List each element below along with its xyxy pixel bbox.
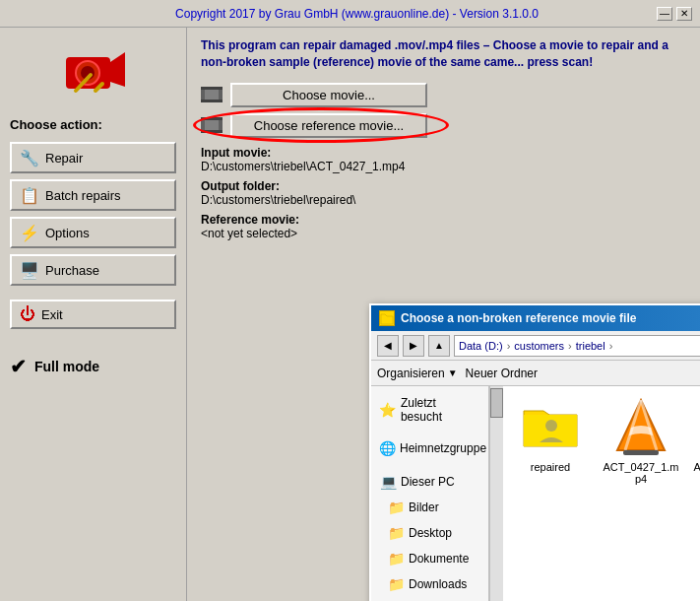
heimnetz-label: Heimnetzgruppe (400, 441, 486, 455)
organisieren-link[interactable]: Organisieren ▼ (377, 367, 458, 380)
dokumente-label: Dokumente (409, 552, 469, 566)
downloads-label: Downloads (409, 577, 467, 591)
close-button[interactable]: ✕ (676, 7, 692, 21)
checkmark-icon: ✔ (10, 355, 27, 378)
svg-marker-17 (617, 400, 665, 450)
sidebar-item-downloads[interactable]: 📁 Downloads (375, 573, 484, 595)
dialog-sidebar: ⭐ Zuletzt besucht 🌐 Heimnetzgruppe (371, 386, 489, 601)
organisieren-dropdown-icon: ▼ (448, 367, 458, 378)
path-segment-3: triebel (576, 340, 605, 352)
film-icon (201, 85, 224, 104)
folder-small-icon (380, 311, 394, 325)
bilder-label: Bilder (409, 501, 439, 514)
reference-movie-label: Reference movie: (201, 213, 686, 227)
act0427-name: ACT_0427_1.mp4 (602, 461, 680, 485)
network-icon: 🌐 (379, 439, 396, 457)
ref-film-icon (201, 115, 224, 135)
dialog-sidebar-wrapper: ⭐ Zuletzt besucht 🌐 Heimnetzgruppe (371, 386, 503, 601)
full-mode: ✔ Full mode (10, 355, 176, 378)
dokumente-folder-icon: 📁 (387, 550, 405, 568)
zuletzt-label: Zuletzt besucht (401, 396, 480, 424)
star-icon: ⭐ (379, 401, 397, 419)
exit-label: Exit (41, 307, 63, 322)
computer-icon: 💻 (379, 473, 397, 491)
sidebar-item-dieser-pc[interactable]: 💻 Dieser PC (375, 471, 484, 493)
sidebar-item-heimnetz[interactable]: 🌐 Heimnetzgruppe (375, 437, 484, 459)
choose-movie-label: Choose movie... (283, 88, 375, 102)
options-icon: ⚡ (20, 223, 39, 242)
scrollbar-thumb[interactable] (490, 388, 503, 418)
output-folder-value: D:\customers\triebel\repaired\ (201, 193, 686, 207)
dialog-files: repaired (503, 386, 700, 601)
reference-movie-value: <not yet selected> (201, 227, 686, 240)
desktop-folder-icon: 📁 (387, 524, 405, 542)
repair-button[interactable]: 🔧 Repair (10, 142, 176, 173)
app-logo-icon (61, 37, 125, 101)
purchase-label: Purchase (45, 263, 99, 278)
repair-label: Repair (45, 151, 83, 166)
back-button[interactable]: ◀ (377, 335, 399, 357)
vlc-icon-large (615, 396, 667, 455)
options-button[interactable]: ⚡ Options (10, 217, 176, 248)
title-bar-text: Copyright 2017 by Grau GmbH (www.grauonl… (57, 7, 657, 21)
act0434-name: ACT_0434.mp... (692, 461, 700, 485)
folder-svg-repaired (522, 401, 579, 450)
main-layout: Choose action: 🔧 Repair 📋 Batch repairs … (0, 28, 700, 601)
path-segment-2: customers (514, 340, 564, 352)
dieser-pc-label: Dieser PC (401, 475, 455, 489)
choose-action-label: Choose action: (10, 117, 176, 132)
dialog-nav: Organisieren ▼ Neuer Ordner (371, 361, 700, 386)
organisieren-label: Organisieren (377, 367, 445, 380)
input-movie-value: D:\customers\triebel\ACT_0427_1.mp4 (201, 160, 686, 173)
content-area: This program can repair damaged .mov/.mp… (187, 28, 700, 601)
dialog-body: ⭐ Zuletzt besucht 🌐 Heimnetzgruppe (371, 386, 700, 601)
app-logo (10, 37, 176, 101)
path-bar: Data (D:) › customers › triebel › ▼ 🔄 (454, 335, 700, 357)
downloads-folder-icon: 📁 (387, 575, 405, 593)
svg-rect-10 (201, 100, 223, 102)
file-item-act0434[interactable]: ACT_0434.mp... (692, 394, 700, 485)
sidebar-scrollbar[interactable] (489, 386, 503, 601)
svg-rect-20 (623, 450, 659, 455)
dialog-title-icon (379, 310, 395, 326)
movie-file-icon (201, 85, 224, 104)
full-mode-label: Full mode (34, 359, 99, 374)
batch-repairs-button[interactable]: 📋 Batch repairs (10, 179, 176, 211)
svg-point-16 (545, 420, 557, 432)
minimize-button[interactable]: — (657, 7, 672, 21)
input-movie-label: Input movie: (201, 146, 686, 160)
batch-repairs-label: Batch repairs (45, 188, 121, 203)
repaired-folder-icon (519, 394, 582, 457)
dialog-title-text: Choose a non-broken reference movie file (401, 311, 636, 325)
purchase-icon: 🖥️ (20, 260, 39, 280)
sidebar-item-zuletzt[interactable]: ⭐ Zuletzt besucht (375, 394, 484, 426)
batch-repairs-icon: 📋 (20, 185, 39, 205)
choose-ref-label: Choose reference movie... (254, 118, 404, 133)
title-bar-controls: — ✕ (657, 7, 692, 21)
repaired-folder-name: repaired (531, 461, 570, 473)
purchase-button[interactable]: 🖥️ Purchase (10, 254, 176, 286)
exit-button[interactable]: ⏻ Exit (10, 300, 176, 329)
choose-ref-button[interactable]: Choose reference movie... (230, 113, 427, 138)
sidebar-item-dokumente[interactable]: 📁 Dokumente (375, 548, 484, 569)
path-segment-1: Data (D:) (459, 340, 503, 352)
ref-file-icon (201, 115, 224, 135)
file-item-repaired[interactable]: repaired (511, 394, 590, 473)
svg-rect-14 (201, 117, 223, 120)
forward-button[interactable]: ▶ (403, 335, 424, 357)
desktop-label: Desktop (409, 526, 452, 540)
neuer-ordner-link[interactable]: Neuer Ordner (466, 367, 538, 380)
dialog-title-bar: Choose a non-broken reference movie file (371, 305, 700, 331)
up-button[interactable]: ▲ (428, 335, 450, 357)
choose-movie-row: Choose movie... (201, 83, 686, 107)
choose-movie-button[interactable]: Choose movie... (230, 83, 427, 107)
repair-icon: 🔧 (20, 148, 39, 167)
file-dialog: Choose a non-broken reference movie file… (369, 303, 700, 601)
svg-rect-9 (201, 87, 223, 90)
svg-marker-1 (110, 52, 125, 87)
sidebar-item-desktop[interactable]: 📁 Desktop (375, 522, 484, 544)
file-item-act0427[interactable]: ACT_0427_1.mp4 (602, 394, 680, 485)
power-icon: ⏻ (20, 305, 35, 323)
sidebar: Choose action: 🔧 Repair 📋 Batch repairs … (0, 28, 187, 601)
sidebar-item-bilder[interactable]: 📁 Bilder (375, 497, 484, 518)
